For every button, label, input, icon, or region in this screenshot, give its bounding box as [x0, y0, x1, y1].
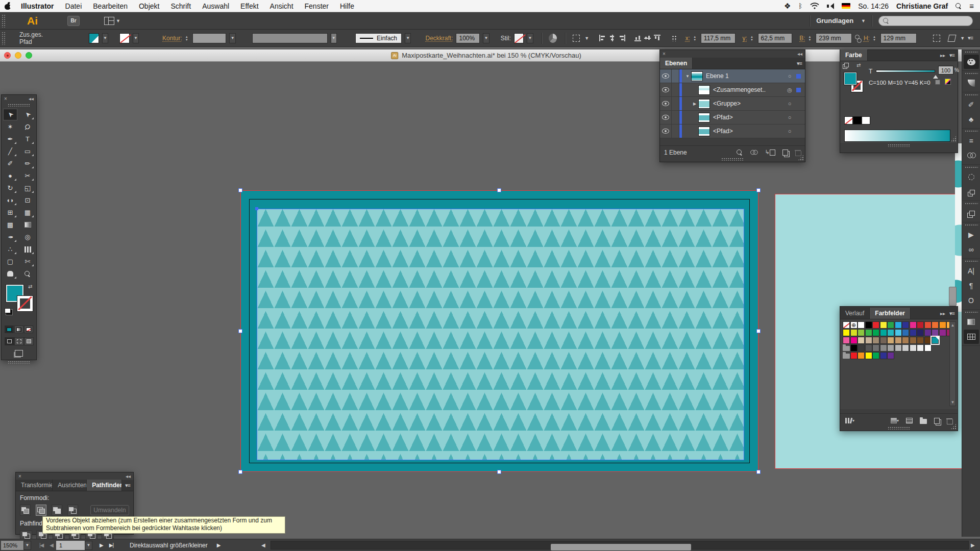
y-field[interactable]: 62,5 mm: [758, 33, 793, 43]
layer-thumbnail[interactable]: [691, 71, 703, 81]
dock-grip[interactable]: [965, 166, 978, 169]
menu-effekt[interactable]: Effekt: [235, 2, 264, 10]
go-to-bridge-button[interactable]: Br: [67, 16, 80, 26]
horizontal-scrollbar-thumb[interactable]: [551, 544, 691, 550]
opacity-field[interactable]: 100%: [456, 33, 480, 43]
color-swatch[interactable]: [917, 337, 924, 344]
color-swatch[interactable]: [910, 321, 917, 329]
tab-ebenen[interactable]: Ebenen: [660, 58, 693, 69]
color-spectrum-ramp[interactable]: [844, 130, 950, 142]
stroke-style-dropdown[interactable]: ▼: [405, 33, 411, 43]
x-field[interactable]: 117,5 mm: [701, 33, 736, 43]
tint-value-field[interactable]: 100: [938, 66, 953, 74]
color-dock-icon[interactable]: [964, 55, 979, 69]
bbox-handle[interactable]: [756, 329, 761, 333]
lock-cell[interactable]: [672, 69, 679, 83]
color-swatch[interactable]: [932, 329, 939, 336]
symbols-dock-icon[interactable]: ♣: [964, 112, 979, 127]
blob-brush-tool[interactable]: ●: [3, 170, 17, 182]
hand-tool[interactable]: [3, 268, 17, 280]
swap-fill-stroke-icon[interactable]: ⇄: [28, 284, 32, 289]
locate-object-icon[interactable]: [737, 149, 743, 156]
line-tool[interactable]: ╱: [3, 145, 17, 157]
lock-cell[interactable]: [672, 111, 679, 124]
new-sublayer-icon[interactable]: ↳: [765, 149, 775, 156]
target-circle-icon[interactable]: ○: [783, 128, 796, 134]
magic-wand-tool[interactable]: ✶: [3, 121, 17, 133]
color-swatch[interactable]: [880, 337, 887, 344]
help-search-field[interactable]: [878, 16, 973, 26]
dock-grip[interactable]: [965, 311, 978, 314]
tab-transformieren[interactable]: Transformie: [16, 480, 53, 491]
wifi-icon[interactable]: [810, 3, 819, 9]
layer-label[interactable]: <Gruppe>: [713, 100, 783, 107]
x-stepper[interactable]: ▲▼: [693, 35, 698, 41]
delete-swatch-icon[interactable]: [947, 418, 952, 424]
menu-auswahl[interactable]: Auswahl: [197, 2, 235, 10]
color-swatch[interactable]: [857, 337, 865, 344]
color-swatch[interactable]: [865, 344, 872, 352]
layer-thumbnail[interactable]: [698, 85, 710, 95]
color-swatch[interactable]: [910, 337, 917, 344]
toolbar-close-icon[interactable]: ×: [4, 96, 7, 102]
tab-ausrichten[interactable]: Ausrichten: [53, 480, 87, 491]
align-top-button[interactable]: [634, 35, 641, 41]
layer-label[interactable]: <Pfad>: [713, 114, 783, 121]
stroke-style-button[interactable]: Einfach: [355, 33, 402, 43]
color-swatch[interactable]: [917, 329, 924, 336]
blend-tool[interactable]: ◎: [20, 231, 35, 243]
next-artboard-button[interactable]: ▶: [96, 542, 106, 548]
close-window-button[interactable]: [4, 52, 11, 59]
color-swatch[interactable]: [887, 329, 894, 336]
dock-grip[interactable]: [965, 224, 978, 227]
target-circle-icon[interactable]: ○: [783, 114, 796, 120]
delete-layer-icon[interactable]: [795, 149, 801, 156]
toolbar-grip[interactable]: [8, 104, 30, 107]
pattern-anchor-point[interactable]: [255, 207, 258, 210]
color-swatch[interactable]: [924, 344, 932, 352]
bbox-handle[interactable]: [756, 188, 761, 192]
tab-farbfelder[interactable]: Farbfelder: [870, 308, 911, 319]
volume-icon[interactable]: [827, 3, 834, 9]
make-clipping-mask-icon[interactable]: [750, 149, 758, 156]
color-swatch[interactable]: [887, 321, 894, 329]
color-swatch[interactable]: [924, 337, 932, 344]
perspective-grid-tool[interactable]: ▦: [20, 207, 35, 218]
artboard-dropdown[interactable]: ▼: [85, 541, 92, 550]
canvas-area[interactable]: [0, 62, 980, 539]
current-user-menu[interactable]: Christiane Graf: [896, 2, 948, 10]
graphic-styles-dock-icon[interactable]: [964, 185, 979, 199]
dock-grip[interactable]: [965, 51, 978, 54]
color-swatch[interactable]: [850, 337, 857, 344]
width-profile-field[interactable]: [252, 33, 328, 43]
target-circle-icon[interactable]: ○: [783, 73, 796, 79]
swatch-libraries-icon[interactable]: ▾: [845, 417, 854, 424]
stroke-color-proxy[interactable]: [17, 296, 33, 311]
last-artboard-button[interactable]: ▶|: [106, 542, 116, 548]
default-fill-stroke-icon[interactable]: [5, 308, 11, 313]
layers-panel-menu-icon[interactable]: ▾≡: [797, 60, 802, 67]
mesh-tool[interactable]: ▩: [3, 219, 17, 231]
zoom-level-dropdown[interactable]: ▼: [23, 541, 31, 550]
scroll-left-arrow[interactable]: ◀: [261, 542, 265, 548]
stroke-weight-stepper[interactable]: ▲▼: [185, 35, 190, 41]
dock-grip[interactable]: [965, 130, 978, 133]
color-swatch[interactable]: [872, 344, 879, 352]
opacity-dropdown[interactable]: ▼: [483, 33, 489, 43]
target-circle-icon[interactable]: ○: [783, 101, 796, 107]
visibility-eye-icon[interactable]: [660, 97, 672, 110]
black-swatch[interactable]: [853, 116, 862, 124]
layer-row[interactable]: <Pfad>○: [660, 111, 805, 124]
width-stepper[interactable]: ▲▼: [808, 35, 813, 41]
layer-label[interactable]: <Pfad>: [713, 128, 783, 135]
bbox-handle[interactable]: [756, 470, 761, 474]
layer-thumbnail[interactable]: [698, 99, 710, 109]
selection-tool[interactable]: ➤: [3, 109, 17, 120]
bbox-handle[interactable]: [497, 188, 501, 192]
align-left-button[interactable]: [599, 35, 606, 41]
layer-label[interactable]: Ebene 1: [706, 72, 783, 80]
none-mode-button[interactable]: [24, 325, 33, 333]
appbar-grip[interactable]: [2, 14, 6, 28]
actions-dock-icon[interactable]: ▶: [964, 228, 979, 242]
color-swatch[interactable]: [902, 344, 909, 352]
